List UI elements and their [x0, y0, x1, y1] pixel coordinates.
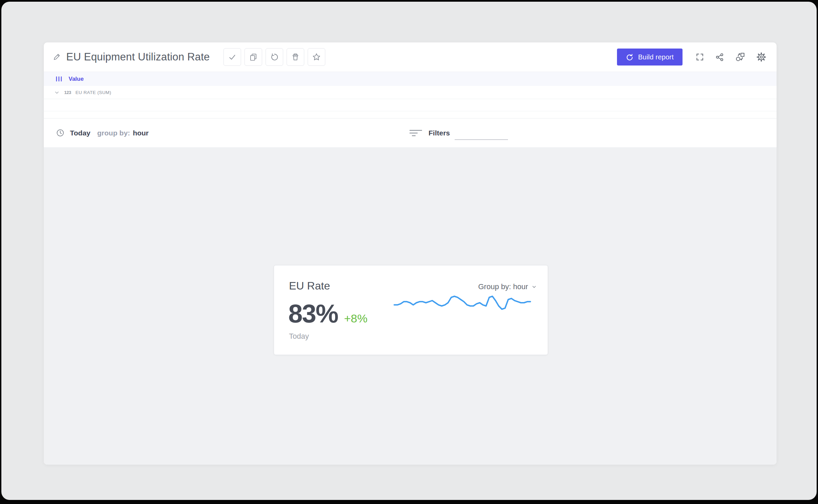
panel-header: EU Equipment Utilization Rate — [44, 42, 777, 72]
build-report-label: Build report — [638, 53, 674, 61]
trash-icon — [291, 53, 300, 61]
value-section-header: Value — [44, 72, 777, 86]
period-selector[interactable]: Today group by: hour — [56, 129, 149, 137]
time-filter-bar: Today group by: hour Filters — [44, 118, 777, 147]
duplicate-button[interactable] — [244, 48, 262, 66]
rotate-icon — [270, 53, 279, 61]
kpi-group-by-dropdown[interactable]: Group by: hour — [478, 282, 537, 291]
apply-button[interactable] — [223, 48, 241, 66]
header-icon-group — [695, 52, 766, 62]
favorite-button[interactable] — [308, 48, 325, 66]
value-field-row[interactable]: 123 EU RATE (SUM) — [44, 86, 777, 99]
switch-visualization-icon[interactable] — [735, 52, 745, 62]
filters-group: Filters — [410, 118, 508, 147]
refresh-icon — [626, 53, 634, 61]
check-icon — [228, 53, 237, 61]
value-field-label: EU RATE (SUM) — [75, 90, 111, 95]
filters-label: Filters — [429, 129, 450, 137]
kpi-value-row: 83% +8% — [288, 301, 367, 326]
kpi-period: Today — [289, 332, 309, 341]
empty-field-row — [44, 99, 777, 111]
copy-icon — [249, 53, 258, 61]
desktop-background: EU Equipment Utilization Rate — [1, 2, 817, 500]
fullscreen-icon[interactable] — [695, 53, 704, 61]
reset-button[interactable] — [266, 48, 283, 66]
edit-title-pencil-icon[interactable] — [53, 53, 61, 61]
report-toolbar — [223, 48, 325, 66]
gear-icon[interactable] — [756, 52, 766, 62]
sparkline-container — [393, 295, 532, 311]
report-canvas: EU Rate Group by: hour 83% +8% — [44, 147, 777, 465]
columns-icon — [56, 76, 62, 81]
clock-icon — [56, 129, 65, 137]
delete-button[interactable] — [287, 48, 304, 66]
star-icon — [312, 53, 321, 61]
sparkline — [393, 295, 532, 311]
filters-input[interactable] — [455, 131, 508, 140]
filter-icon — [410, 128, 422, 138]
build-report-button[interactable]: Build report — [617, 49, 683, 66]
kpi-value: 83% — [288, 301, 338, 326]
page-title: EU Equipment Utilization Rate — [66, 51, 210, 63]
kpi-delta: +8% — [344, 312, 367, 325]
chevron-down-icon[interactable] — [54, 90, 60, 95]
period-label: Today — [70, 129, 90, 137]
kpi-card: EU Rate Group by: hour 83% +8% — [274, 265, 548, 355]
chevron-down-icon — [531, 284, 537, 290]
group-by-label: group by: — [97, 129, 130, 137]
report-panel: EU Equipment Utilization Rate — [44, 42, 777, 465]
group-by-value[interactable]: hour — [133, 129, 149, 137]
section-gap — [44, 111, 777, 118]
kpi-card-title: EU Rate — [289, 280, 330, 292]
value-section-label: Value — [69, 76, 84, 82]
share-icon[interactable] — [715, 53, 724, 62]
kpi-group-by-label: Group by: hour — [478, 282, 528, 291]
numeric-field-icon: 123 — [64, 90, 71, 95]
